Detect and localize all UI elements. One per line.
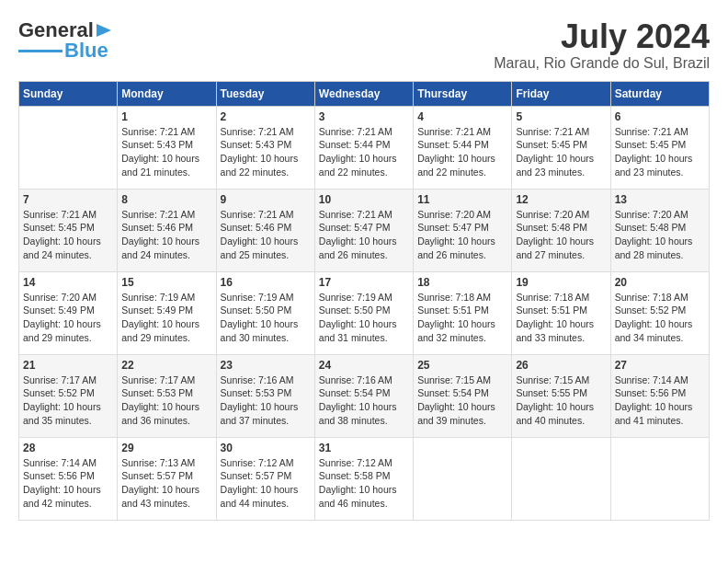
day-info: Sunrise: 7:20 AM Sunset: 5:49 PM Dayligh… (23, 291, 113, 345)
calendar-table: SundayMondayTuesdayWednesdayThursdayFrid… (18, 81, 710, 521)
calendar-cell (610, 437, 709, 520)
logo-arrow-icon (95, 20, 115, 40)
calendar-cell: 9Sunrise: 7:21 AM Sunset: 5:46 PM Daylig… (216, 189, 314, 271)
day-info: Sunrise: 7:13 AM Sunset: 5:57 PM Dayligh… (121, 456, 211, 511)
day-info: Sunrise: 7:18 AM Sunset: 5:51 PM Dayligh… (516, 291, 606, 345)
day-info: Sunrise: 7:21 AM Sunset: 5:47 PM Dayligh… (319, 208, 409, 262)
day-number: 7 (23, 193, 113, 206)
day-info: Sunrise: 7:19 AM Sunset: 5:50 PM Dayligh… (221, 291, 311, 345)
day-number: 14 (23, 276, 113, 289)
day-number: 12 (516, 193, 606, 206)
day-info: Sunrise: 7:21 AM Sunset: 5:46 PM Dayligh… (221, 208, 311, 262)
calendar-cell: 14Sunrise: 7:20 AM Sunset: 5:49 PM Dayli… (19, 271, 118, 354)
day-info: Sunrise: 7:21 AM Sunset: 5:44 PM Dayligh… (417, 125, 507, 179)
day-number: 15 (121, 276, 211, 289)
day-number: 26 (516, 359, 606, 372)
calendar-cell: 7Sunrise: 7:21 AM Sunset: 5:45 PM Daylig… (19, 189, 118, 271)
page-title: July 2024 (494, 18, 710, 55)
calendar-cell: 11Sunrise: 7:20 AM Sunset: 5:47 PM Dayli… (414, 189, 512, 271)
calendar-cell: 6Sunrise: 7:21 AM Sunset: 5:45 PM Daylig… (610, 106, 709, 189)
day-number: 24 (319, 359, 409, 372)
day-number: 27 (615, 359, 705, 372)
svg-marker-0 (97, 24, 111, 37)
calendar-cell: 24Sunrise: 7:16 AM Sunset: 5:54 PM Dayli… (314, 354, 413, 437)
day-number: 20 (615, 276, 705, 289)
day-number: 17 (319, 276, 409, 289)
calendar-week-row: 28Sunrise: 7:14 AM Sunset: 5:56 PM Dayli… (19, 437, 710, 520)
calendar-day-header: Friday (512, 81, 610, 106)
day-number: 11 (417, 193, 507, 206)
day-number: 8 (121, 193, 211, 206)
day-number: 29 (121, 442, 211, 454)
calendar-cell: 25Sunrise: 7:15 AM Sunset: 5:54 PM Dayli… (414, 354, 512, 437)
calendar-day-header: Thursday (414, 81, 512, 106)
calendar-week-row: 21Sunrise: 7:17 AM Sunset: 5:52 PM Dayli… (19, 354, 710, 437)
calendar-cell: 13Sunrise: 7:20 AM Sunset: 5:48 PM Dayli… (610, 189, 709, 271)
calendar-day-header: Monday (118, 81, 216, 106)
day-info: Sunrise: 7:21 AM Sunset: 5:45 PM Dayligh… (615, 125, 705, 179)
calendar-cell: 2Sunrise: 7:21 AM Sunset: 5:43 PM Daylig… (216, 106, 314, 189)
calendar-cell: 17Sunrise: 7:19 AM Sunset: 5:50 PM Dayli… (314, 271, 413, 354)
calendar-cell (19, 106, 118, 189)
day-number: 2 (221, 110, 311, 123)
day-info: Sunrise: 7:21 AM Sunset: 5:45 PM Dayligh… (23, 208, 113, 262)
calendar-cell: 27Sunrise: 7:14 AM Sunset: 5:56 PM Dayli… (610, 354, 709, 437)
day-number: 19 (516, 276, 606, 289)
title-block: July 2024 Marau, Rio Grande do Sul, Braz… (494, 18, 710, 72)
calendar-cell: 18Sunrise: 7:18 AM Sunset: 5:51 PM Dayli… (414, 271, 512, 354)
page-subtitle: Marau, Rio Grande do Sul, Brazil (494, 55, 710, 72)
day-info: Sunrise: 7:15 AM Sunset: 5:54 PM Dayligh… (417, 373, 507, 428)
day-info: Sunrise: 7:14 AM Sunset: 5:56 PM Dayligh… (23, 456, 113, 511)
day-info: Sunrise: 7:20 AM Sunset: 5:48 PM Dayligh… (615, 208, 705, 262)
day-number: 10 (319, 193, 409, 206)
day-number: 1 (121, 110, 211, 123)
calendar-day-header: Sunday (19, 81, 118, 106)
day-info: Sunrise: 7:17 AM Sunset: 5:53 PM Dayligh… (121, 373, 211, 428)
calendar-cell: 10Sunrise: 7:21 AM Sunset: 5:47 PM Dayli… (314, 189, 413, 271)
day-info: Sunrise: 7:17 AM Sunset: 5:52 PM Dayligh… (23, 373, 113, 428)
day-number: 22 (121, 359, 211, 372)
day-number: 4 (417, 110, 507, 123)
day-number: 3 (319, 110, 409, 123)
day-number: 21 (23, 359, 113, 372)
calendar-cell: 19Sunrise: 7:18 AM Sunset: 5:51 PM Dayli… (512, 271, 610, 354)
calendar-cell: 23Sunrise: 7:16 AM Sunset: 5:53 PM Dayli… (216, 354, 314, 437)
calendar-week-row: 7Sunrise: 7:21 AM Sunset: 5:45 PM Daylig… (19, 189, 710, 271)
calendar-cell: 5Sunrise: 7:21 AM Sunset: 5:45 PM Daylig… (512, 106, 610, 189)
day-info: Sunrise: 7:19 AM Sunset: 5:49 PM Dayligh… (121, 291, 211, 345)
day-number: 25 (417, 359, 507, 372)
calendar-cell: 15Sunrise: 7:19 AM Sunset: 5:49 PM Dayli… (118, 271, 216, 354)
day-info: Sunrise: 7:21 AM Sunset: 5:43 PM Dayligh… (121, 125, 211, 179)
day-info: Sunrise: 7:12 AM Sunset: 5:57 PM Dayligh… (221, 456, 311, 511)
day-number: 13 (615, 193, 705, 206)
day-info: Sunrise: 7:14 AM Sunset: 5:56 PM Dayligh… (615, 373, 705, 428)
page-header: General Blue July 2024 Marau, Rio Grande… (18, 18, 710, 72)
logo-blue: Blue (64, 39, 108, 63)
calendar-cell: 8Sunrise: 7:21 AM Sunset: 5:46 PM Daylig… (118, 189, 216, 271)
day-info: Sunrise: 7:18 AM Sunset: 5:51 PM Dayligh… (417, 291, 507, 345)
calendar-cell: 3Sunrise: 7:21 AM Sunset: 5:44 PM Daylig… (314, 106, 413, 189)
day-info: Sunrise: 7:18 AM Sunset: 5:52 PM Dayligh… (615, 291, 705, 345)
calendar-cell: 4Sunrise: 7:21 AM Sunset: 5:44 PM Daylig… (414, 106, 512, 189)
day-info: Sunrise: 7:21 AM Sunset: 5:43 PM Dayligh… (221, 125, 311, 179)
day-number: 9 (221, 193, 311, 206)
logo: General Blue (18, 18, 115, 63)
calendar-week-row: 1Sunrise: 7:21 AM Sunset: 5:43 PM Daylig… (19, 106, 710, 189)
day-info: Sunrise: 7:15 AM Sunset: 5:55 PM Dayligh… (516, 373, 606, 428)
day-number: 18 (417, 276, 507, 289)
day-info: Sunrise: 7:16 AM Sunset: 5:54 PM Dayligh… (319, 373, 409, 428)
calendar-header-row: SundayMondayTuesdayWednesdayThursdayFrid… (19, 81, 710, 106)
day-info: Sunrise: 7:21 AM Sunset: 5:44 PM Dayligh… (319, 125, 409, 179)
day-number: 5 (516, 110, 606, 123)
day-info: Sunrise: 7:20 AM Sunset: 5:47 PM Dayligh… (417, 208, 507, 262)
day-number: 28 (23, 442, 113, 454)
day-number: 23 (221, 359, 311, 372)
calendar-day-header: Wednesday (314, 81, 413, 106)
calendar-cell: 29Sunrise: 7:13 AM Sunset: 5:57 PM Dayli… (118, 437, 216, 520)
day-info: Sunrise: 7:20 AM Sunset: 5:48 PM Dayligh… (516, 208, 606, 262)
calendar-cell: 1Sunrise: 7:21 AM Sunset: 5:43 PM Daylig… (118, 106, 216, 189)
calendar-cell: 30Sunrise: 7:12 AM Sunset: 5:57 PM Dayli… (216, 437, 314, 520)
calendar-cell (414, 437, 512, 520)
day-info: Sunrise: 7:12 AM Sunset: 5:58 PM Dayligh… (319, 456, 409, 511)
day-info: Sunrise: 7:21 AM Sunset: 5:46 PM Dayligh… (121, 208, 211, 262)
